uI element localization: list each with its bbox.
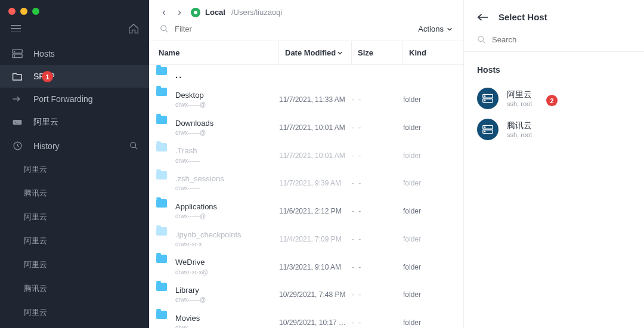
location-label: Local [205,8,225,17]
阿里云-icon: >_ [11,118,24,126]
host-item[interactable]: 阿里云ssh, root2 [477,83,631,114]
svg-point-21 [484,127,485,128]
chevron-down-icon [447,26,453,32]
file-row[interactable]: Librarydrwx------@10/29/2021, 7:48 PM- -… [149,281,463,309]
file-date: 10/29/2021, 7:48 PM [279,287,352,302]
file-row[interactable]: Moviesdrwx------10/29/2021, 10:17 …- -fo… [149,309,463,328]
host-name: 腾讯云 [507,120,532,131]
file-date: 11/4/2021, 7:09 PM [279,231,352,247]
file-kind: folder [403,123,463,132]
file-size: - - [352,263,403,271]
nav-forward-button[interactable]: › [175,6,184,18]
history-item[interactable]: 阿里云 [0,324,149,328]
column-kind[interactable]: Kind [403,41,463,64]
folder-icon [156,171,167,180]
file-row[interactable]: Applicationsdrwx------@11/6/2021, 2:12 P… [149,197,463,225]
file-name: Applications [175,202,217,212]
file-row[interactable]: Downloadsdrwx------@11/7/2021, 10:01 AM-… [149,114,463,142]
home-icon[interactable] [128,23,140,34]
sidebar-item-history[interactable]: History [0,134,149,157]
select-host-panel: Select Host Hosts 阿里云ssh, root2腾讯云ssh, r… [464,0,644,328]
location-tag[interactable]: Local /Users/liuzaoqi [191,8,282,17]
host-subtitle: ssh, root [507,100,532,108]
folder-icon [156,67,167,75]
sidebar-item-sftp[interactable]: SFTP1 [0,65,149,88]
svg-point-18 [484,100,485,101]
file-row[interactable]: Desktopdrwx------@11/7/2021, 11:33 AM- -… [149,86,463,114]
file-browser: ‹ › Local /Users/liuzaoqi Actions Name D… [149,0,464,328]
search-icon [477,35,486,44]
file-kind: folder [403,235,463,243]
file-row[interactable]: WeDrivedrwxr-xr-x@11/3/2021, 9:10 AM- -f… [149,253,463,281]
file-name: Downloads [175,119,213,128]
file-kind: folder [403,318,463,327]
sidebar-item-label: History [33,141,60,151]
file-size: - - [352,290,403,299]
file-date: 10/29/2021, 10:17 … [279,315,352,328]
actions-label: Actions [418,24,444,33]
sidebar-badge: 1 [42,71,53,82]
file-date: 11/6/2021, 2:12 PM [279,203,352,219]
file-kind: folder [403,290,463,299]
panel-back-button[interactable] [477,13,489,21]
sidebar-nav: HostsSFTP1Port Forwarding>_阿里云History阿里云… [0,42,149,328]
column-name[interactable]: Name [149,41,279,64]
history-item[interactable]: 阿里云 [0,253,149,277]
file-row[interactable]: .. [149,65,463,86]
history-item[interactable]: 腾讯云 [0,181,149,205]
file-size: - - [352,151,403,160]
sidebar-item-port-forwarding[interactable]: Port Forwarding [0,88,149,110]
zoom-window-button[interactable] [32,8,39,15]
sidebar: HostsSFTP1Port Forwarding>_阿里云History阿里云… [0,0,149,328]
history-icon [11,141,24,151]
sftp-icon [11,72,24,81]
sidebar-item-阿里云[interactable]: >_阿里云 [0,110,149,134]
column-date[interactable]: Date Modified [279,41,352,64]
sidebar-item-hosts[interactable]: Hosts [0,42,149,65]
svg-point-10 [161,26,166,31]
history-item[interactable]: 阿里云 [0,205,149,229]
file-name: Desktop [175,91,206,100]
file-row[interactable]: .Trashdrwx------11/7/2021, 10:01 AM- -fo… [149,141,463,169]
file-kind: folder [403,95,463,104]
folder-icon [156,116,167,124]
minimize-window-button[interactable] [20,8,27,15]
panel-title: Select Host [499,12,547,22]
file-name: .. [175,70,182,81]
file-permissions: drwx------@ [175,296,206,304]
menu-toggle-icon[interactable] [11,25,21,32]
folder-icon [156,283,167,291]
file-name: .Trash [175,146,200,156]
history-item[interactable]: 阿里云 [0,157,149,181]
file-kind: folder [403,151,463,160]
file-permissions: drwx------ [175,185,224,193]
filter-input[interactable] [175,24,412,33]
folder-icon [156,143,167,151]
svg-line-14 [482,41,485,43]
nav-back-button[interactable]: ‹ [160,6,168,18]
svg-point-22 [484,131,485,132]
file-permissions: drwxr-xr-x [175,241,242,249]
folder-icon [156,311,167,319]
history-search-icon[interactable] [129,141,138,150]
hosts-section-label: Hosts [477,65,631,75]
history-item[interactable]: 阿里云 [0,229,149,253]
column-size[interactable]: Size [352,41,403,64]
hosts-icon [11,49,24,58]
history-item[interactable]: 腾讯云 [0,277,149,301]
history-item[interactable]: 阿里云 [0,301,149,324]
file-size: - - [352,123,403,132]
host-subtitle: ssh, root [507,131,532,139]
host-item[interactable]: 腾讯云ssh, root [477,114,631,145]
file-date: 11/7/2021, 10:01 AM [279,148,352,163]
actions-menu-button[interactable]: Actions [418,24,453,33]
file-date: 11/7/2021, 10:01 AM [279,120,352,135]
file-permissions: drwxr-xr-x@ [175,269,208,277]
svg-point-2 [14,51,14,52]
svg-point-17 [484,96,485,97]
host-search-input[interactable] [492,35,631,44]
search-icon [160,24,169,33]
file-row[interactable]: .ipynb_checkpointsdrwxr-xr-x11/4/2021, 7… [149,225,463,253]
close-window-button[interactable] [8,8,16,15]
file-row[interactable]: .zsh_sessionsdrwx------11/7/2021, 9:39 A… [149,169,463,197]
